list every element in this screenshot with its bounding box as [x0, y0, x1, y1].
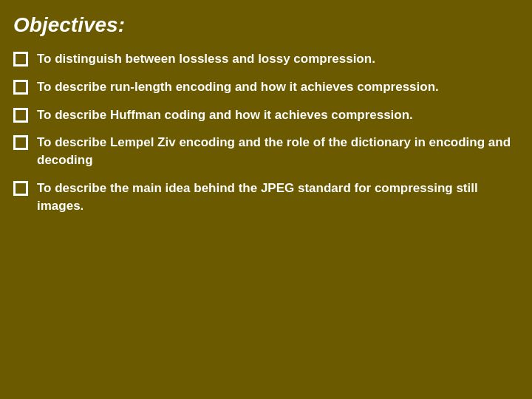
- checkbox-2[interactable]: [13, 80, 28, 95]
- checkbox-3[interactable]: [13, 108, 28, 123]
- main-container: Objectives: To distinguish between lossl…: [0, 0, 532, 399]
- objectives-list: To distinguish between lossless and loss…: [13, 50, 514, 215]
- checkbox-5[interactable]: [13, 181, 28, 196]
- objective-text-2: To describe run-length encoding and how …: [37, 78, 439, 96]
- objective-item-2: To describe run-length encoding and how …: [13, 78, 514, 96]
- objective-item-5: To describe the main idea behind the JPE…: [13, 180, 514, 215]
- objective-text-5: To describe the main idea behind the JPE…: [37, 180, 514, 215]
- checkbox-1[interactable]: [13, 52, 28, 66]
- objective-item-4: To describe Lempel Ziv encoding and the …: [13, 134, 514, 169]
- objective-text-1: To distinguish between lossless and loss…: [37, 50, 375, 68]
- objective-item-1: To distinguish between lossless and loss…: [13, 50, 514, 68]
- checkbox-4[interactable]: [13, 135, 28, 150]
- objective-item-3: To describe Huffman coding and how it ac…: [13, 106, 514, 124]
- page-title: Objectives:: [13, 13, 514, 37]
- objective-text-4: To describe Lempel Ziv encoding and the …: [37, 134, 514, 169]
- objective-text-3: To describe Huffman coding and how it ac…: [37, 106, 413, 124]
